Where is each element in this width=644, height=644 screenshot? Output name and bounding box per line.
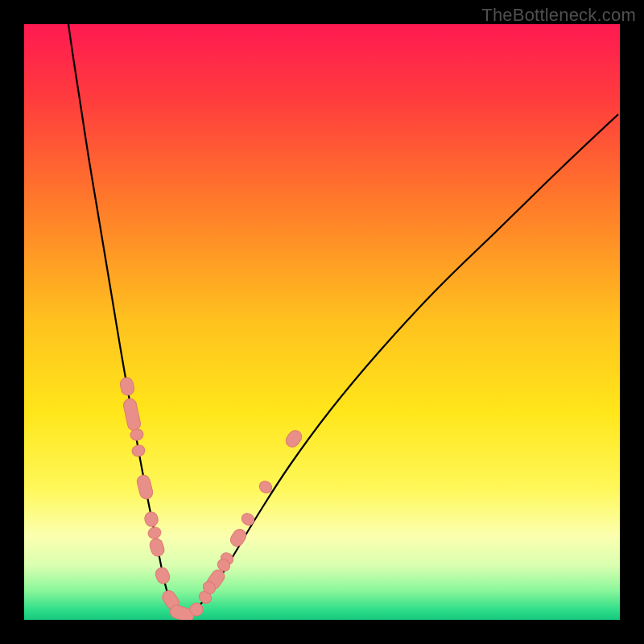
highlight-marker — [239, 511, 256, 527]
marker-group — [119, 377, 304, 620]
highlight-marker — [148, 537, 166, 558]
curve-layer — [24, 24, 620, 620]
highlight-marker — [143, 510, 159, 528]
watermark-label: TheBottleneck.com — [481, 5, 636, 26]
highlight-marker — [131, 444, 147, 457]
highlight-marker — [154, 566, 171, 586]
highlight-marker — [228, 526, 248, 548]
highlight-marker — [136, 474, 155, 501]
plot-area — [24, 24, 620, 620]
highlight-marker — [283, 427, 304, 449]
highlight-marker — [119, 377, 135, 397]
highlight-marker — [122, 398, 142, 431]
bottleneck-curve — [68, 24, 618, 616]
highlight-marker — [147, 526, 162, 540]
outer-frame: TheBottleneck.com — [0, 0, 644, 644]
